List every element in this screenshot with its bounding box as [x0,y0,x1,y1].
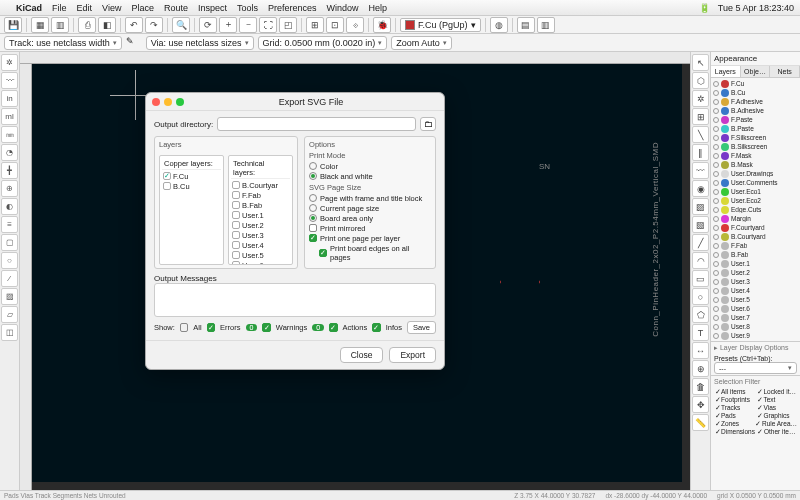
zoom-fit-icon[interactable]: ⛶ [259,17,277,33]
drc-icon[interactable]: 🐞 [373,17,391,33]
track-width-dropdown[interactable]: Track: use netclass width▾ [4,36,122,50]
selfilter-item[interactable]: ✓All items [714,388,755,396]
layer-row[interactable]: User.Eco2 [712,196,799,205]
layer-row[interactable]: User.Eco1 [712,187,799,196]
draw-arc-icon[interactable]: ◠ [692,252,709,269]
add-zone-icon[interactable]: ▨ [692,198,709,215]
visibility-icon[interactable] [713,99,719,105]
tech-layer-item[interactable]: F.Fab [231,190,290,200]
dialog-titlebar[interactable]: Export SVG File [146,93,444,111]
tab-layers[interactable]: Layers [711,66,741,77]
visibility-icon[interactable] [713,135,719,141]
visibility-icon[interactable] [713,234,719,240]
visibility-icon[interactable] [713,180,719,186]
draw-circle-icon[interactable]: ○ [692,288,709,305]
filter-actions-checkbox[interactable]: ✓ [329,323,337,332]
visibility-icon[interactable] [713,279,719,285]
minimize-icon[interactable] [164,98,172,106]
visibility-icon[interactable] [713,207,719,213]
visibility-icon[interactable] [713,126,719,132]
layer-row[interactable]: B.Cu [712,88,799,97]
tech-layer-item[interactable]: User.6 [231,260,290,265]
layer-row[interactable]: F.Mask [712,151,799,160]
filter-infos-checkbox[interactable]: ✓ [372,323,380,332]
add-target-icon[interactable]: ⊕ [692,360,709,377]
tech-layer-item[interactable]: B.Fab [231,200,290,210]
refresh-icon[interactable]: ⟳ [199,17,217,33]
draw-rect-icon[interactable]: ▭ [692,270,709,287]
draw-line-icon[interactable]: ╱ [692,234,709,251]
visibility-icon[interactable] [713,144,719,150]
visibility-icon[interactable] [713,333,719,339]
curved-ratsnest-icon[interactable]: 〰 [1,72,18,89]
place-via-icon[interactable]: ◉ [692,180,709,197]
footprint-browser-icon[interactable]: ⊡ [326,17,344,33]
tech-layer-item[interactable]: User.5 [231,250,290,260]
filter-all-checkbox[interactable] [180,323,188,332]
layer-row[interactable]: User.9 [712,331,799,340]
save-messages-button[interactable]: Save [407,321,436,334]
route-track-icon[interactable]: ╲ [692,126,709,143]
visibility-icon[interactable] [713,252,719,258]
update-pcb-icon[interactable]: ⟐ [346,17,364,33]
selfilter-item[interactable]: ✓Locked it… [757,388,798,396]
track-width-edit-icon[interactable]: ✎ [126,36,142,50]
show-zones-icon[interactable]: ▨ [1,288,18,305]
layer-row[interactable]: F.Adhesive [712,97,799,106]
selfilter-item[interactable]: ✓Pads [714,412,755,420]
filter-warnings-checkbox[interactable]: ✓ [262,323,270,332]
selfilter-item[interactable]: ✓Footprints [714,396,755,404]
show-zone-outlines-icon[interactable]: ▱ [1,306,18,323]
cursor-shape-icon[interactable]: ╋ [1,162,18,179]
tech-layer-item[interactable]: User.4 [231,240,290,250]
canvas-scrollbar-vertical[interactable] [682,64,690,482]
draw-polygon-icon[interactable]: ⬠ [692,306,709,323]
layer-row[interactable]: F.Paste [712,115,799,124]
visibility-icon[interactable] [713,324,719,330]
zoom-out-icon[interactable]: － [239,17,257,33]
selfilter-item[interactable]: ✓Vias [757,404,798,412]
layer-row[interactable]: User.4 [712,286,799,295]
delete-icon[interactable]: 🗑 [692,378,709,395]
copper-layer-item[interactable]: ✓F.Cu [162,171,221,181]
show-ratsnest-icon[interactable]: ✲ [1,54,18,71]
print-mirrored-checkbox[interactable]: Print mirrored [309,223,431,233]
show-track-outlines-icon[interactable]: ∕ [1,270,18,287]
add-keepout-icon[interactable]: ▧ [692,216,709,233]
selfilter-item[interactable]: ✓Zones [714,420,753,428]
zoom-in-icon[interactable]: ＋ [219,17,237,33]
visibility-icon[interactable] [713,90,719,96]
layer-selector[interactable]: F.Cu (PgUp) ▾ [400,18,481,32]
print-board-edges-checkbox[interactable]: ✓Print board edges on all pages [309,243,431,262]
tech-layer-item[interactable]: User.3 [231,230,290,240]
selfilter-item[interactable]: ✓Dimensions [714,428,755,436]
visibility-icon[interactable] [713,225,719,231]
selfilter-item[interactable]: ✓Tracks [714,404,755,412]
via-size-dropdown[interactable]: Via: use netclass sizes▾ [146,36,254,50]
select-tool-icon[interactable]: ↖ [692,54,709,71]
layer-row[interactable]: B.Mask [712,160,799,169]
units-in-icon[interactable]: in [1,90,18,107]
visibility-icon[interactable] [713,306,719,312]
print-mode-radio[interactable]: Black and white [309,171,431,181]
layer-row[interactable]: B.Silkscreen [712,142,799,151]
footprint-editor-icon[interactable]: ⊞ [306,17,324,33]
visibility-icon[interactable] [713,288,719,294]
selfilter-item[interactable]: ✓Rule Area… [755,420,797,428]
output-directory-input[interactable] [217,117,416,131]
show-via-outlines-icon[interactable]: ○ [1,252,18,269]
layer-row[interactable]: User.Comments [712,178,799,187]
net-inspector-icon[interactable]: ≡ [1,216,18,233]
presets-dropdown[interactable]: ---▾ [714,362,797,374]
menu-preferences[interactable]: Preferences [268,3,317,13]
close-icon[interactable] [152,98,160,106]
show-pad-outlines-icon[interactable]: ▢ [1,234,18,251]
visibility-icon[interactable] [713,198,719,204]
export-button[interactable]: Export [389,347,436,363]
measure-icon[interactable]: 📏 [692,414,709,431]
layer-row[interactable]: User.8 [712,322,799,331]
redo-icon[interactable]: ↷ [145,17,163,33]
layer-row[interactable]: User.Drawings [712,169,799,178]
route-diffpair-icon[interactable]: ‖ [692,144,709,161]
layer-row[interactable]: User.1 [712,259,799,268]
